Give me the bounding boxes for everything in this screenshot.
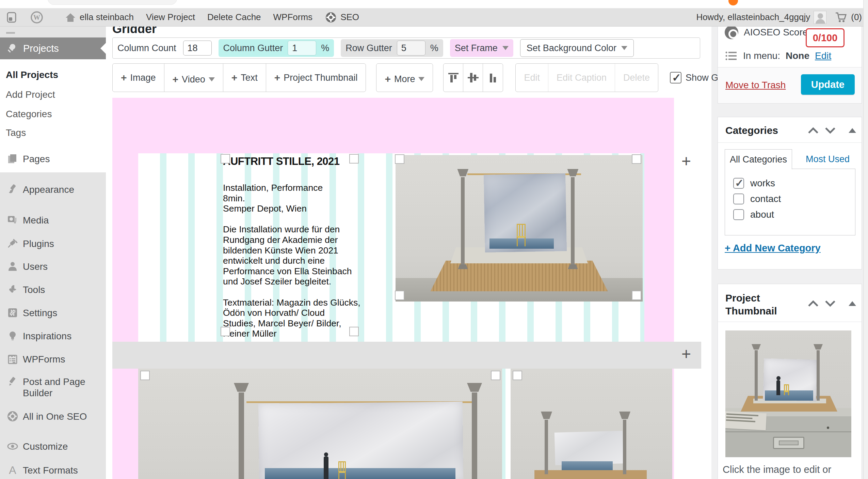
tab-all-categories[interactable]: All Categories — [725, 149, 792, 169]
delete-cache-link[interactable]: Delete Cache — [201, 8, 267, 26]
sidebar-item-wpforms[interactable]: WPForms — [0, 352, 106, 366]
edit-label: Edit — [524, 73, 540, 83]
thumbnail-panel-header[interactable]: Project Thumbnail — [718, 284, 862, 324]
add-text-button[interactable]: +Text — [223, 64, 266, 92]
gridder-canvas[interactable]: AUFTRITT STILLE, 2021 Installation, Perf… — [112, 98, 701, 479]
move-down-icon[interactable] — [824, 126, 836, 135]
sidebar-item-customize[interactable]: Customize — [0, 439, 106, 453]
set-frame-button[interactable]: Set Frame — [450, 39, 513, 57]
sidebar-item-users[interactable]: Users — [0, 260, 106, 273]
sidebar-item-plugins[interactable]: Plugins — [0, 237, 106, 250]
browser-scrollbar[interactable] — [863, 0, 868, 479]
selection-handle[interactable] — [221, 154, 230, 164]
delete-label: Delete — [623, 73, 650, 83]
submenu-categories[interactable]: Categories — [6, 109, 52, 120]
brush-icon — [6, 183, 19, 196]
canvas-image-stage-model[interactable] — [396, 155, 643, 302]
move-down-icon[interactable] — [824, 299, 836, 308]
add-image-button[interactable]: +Image — [113, 64, 164, 92]
column-count-input[interactable] — [183, 41, 212, 56]
align-top-button[interactable] — [444, 64, 463, 92]
sidebar-item-all-in-one-seo[interactable]: All in One SEO — [0, 410, 106, 423]
paper-backdrop — [554, 431, 623, 465]
howdy-account-menu[interactable]: Howdy, ellasteinbach_4ggqjy — [690, 8, 833, 26]
move-to-trash-link[interactable]: Move to Trash — [725, 80, 786, 91]
selection-handle[interactable] — [395, 291, 404, 300]
sidebar-item-inspirations[interactable]: Inspirations — [0, 329, 106, 343]
column-count-label: Column Count — [117, 43, 176, 53]
selection-handle[interactable] — [632, 154, 641, 164]
edit-button[interactable]: Edit — [516, 64, 548, 92]
category-checkbox-contact[interactable] — [733, 194, 744, 204]
sidebar-item-projects[interactable]: Projects — [0, 37, 106, 59]
selection-handle[interactable] — [349, 154, 359, 164]
column-gutter-input[interactable] — [288, 41, 316, 56]
selection-handle[interactable] — [221, 327, 230, 336]
canvas-text-block[interactable]: AUFTRITT STILLE, 2021 Installation, Perf… — [223, 153, 364, 341]
add-elements-group: +Image +Video +Text +Project Thumbnail — [112, 63, 366, 92]
sidebar-item-tools[interactable]: Tools — [0, 283, 106, 296]
wordpress-logo-button[interactable]: W — [24, 8, 50, 26]
text-line: Semper Depot, Wien — [223, 203, 364, 214]
align-middle-button[interactable] — [463, 64, 483, 92]
seo-label: SEO — [340, 12, 359, 22]
canvas-image-stage-model-large[interactable] — [138, 369, 502, 479]
delete-button[interactable]: Delete — [615, 64, 658, 92]
collapse-toggle-icon[interactable] — [849, 301, 856, 306]
update-button[interactable]: Update — [801, 74, 855, 95]
sidebar-item-settings[interactable]: Settings — [0, 306, 106, 320]
plug-icon — [6, 237, 19, 250]
sidebar-item-text-formats[interactable]: A Text Formats — [0, 463, 106, 477]
thumbnail-image[interactable] — [725, 330, 851, 457]
add-video-button[interactable]: +Video — [164, 64, 223, 92]
move-up-icon[interactable] — [807, 126, 819, 135]
submenu-tags[interactable]: Tags — [6, 127, 26, 138]
seo-menu[interactable]: SEO — [319, 8, 365, 26]
view-project-link[interactable]: View Project — [140, 8, 201, 26]
edit-caption-button[interactable]: Edit Caption — [548, 64, 615, 92]
tab-most-used[interactable]: Most Used — [806, 154, 850, 165]
add-more-button[interactable]: +More — [376, 64, 433, 92]
selection-handle[interactable] — [632, 291, 641, 300]
sidebar-item-appearance[interactable]: Appearance — [0, 183, 106, 196]
set-frame-label: Set Frame — [455, 43, 498, 53]
category-checkbox-about[interactable] — [733, 209, 744, 220]
cart-menu[interactable]: (0) — [833, 8, 868, 26]
show-guides-checkbox[interactable] — [670, 72, 681, 83]
site-name-menu[interactable]: ella steinbach — [59, 8, 140, 26]
add-row-plus-button[interactable]: + — [681, 153, 691, 169]
sidebar-item-post-page-builder[interactable]: Post and Page Builder — [0, 375, 99, 399]
sidebar-item-pages[interactable]: Pages — [0, 152, 106, 166]
align-bottom-button[interactable] — [483, 64, 503, 92]
user-icon — [6, 260, 19, 273]
row-gutter-input[interactable] — [397, 41, 425, 56]
submenu-add-project[interactable]: Add Project — [6, 89, 55, 100]
categories-panel-header[interactable]: Categories — [718, 117, 862, 143]
category-checkbox-works[interactable] — [733, 178, 744, 189]
text-line: Studies, Marcel Beyer/ Bilder, — [223, 318, 364, 329]
pushpin-icon — [5, 42, 18, 55]
selection-handle[interactable] — [513, 371, 522, 380]
submenu-all-projects[interactable]: All Projects — [6, 69, 58, 80]
in-menu-edit-link[interactable]: Edit — [815, 50, 831, 61]
selection-handle[interactable] — [349, 327, 359, 336]
selection-handle[interactable] — [140, 371, 150, 380]
category-row: works — [733, 178, 855, 189]
selection-handle[interactable] — [491, 371, 500, 380]
category-row: about — [733, 209, 855, 220]
sidebar-label: Users — [23, 260, 48, 272]
set-background-label: Set Background Color — [527, 43, 616, 53]
sidebar-label: Appearance — [23, 183, 74, 195]
selection-handle[interactable] — [395, 154, 404, 164]
browser-favicon-dot — [728, 0, 738, 5]
screen-collapse-button[interactable] — [0, 8, 24, 26]
set-background-color-button[interactable]: Set Background Color — [520, 39, 634, 57]
add-row-plus-button[interactable]: + — [681, 346, 691, 362]
move-up-icon[interactable] — [807, 299, 819, 308]
add-new-category-link[interactable]: + Add New Category — [725, 243, 821, 254]
collapse-toggle-icon[interactable] — [849, 128, 856, 133]
sidebar-item-media[interactable]: Media — [0, 213, 106, 227]
wpforms-menu[interactable]: WPForms — [267, 8, 319, 26]
canvas-image-cabinet-model[interactable] — [511, 369, 672, 479]
add-project-thumbnail-button[interactable]: +Project Thumbnail — [266, 64, 366, 92]
